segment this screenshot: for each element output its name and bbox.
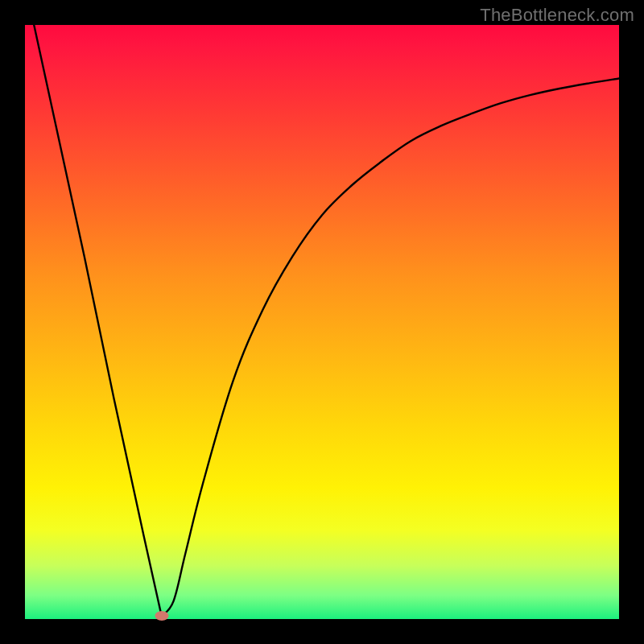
- optimal-point-marker: [155, 611, 168, 621]
- chart-frame: TheBottleneck.com: [0, 0, 644, 644]
- plot-area: [25, 25, 619, 619]
- attribution-label: TheBottleneck.com: [480, 5, 634, 26]
- curve-path: [25, 25, 619, 616]
- bottleneck-curve: [25, 25, 619, 619]
